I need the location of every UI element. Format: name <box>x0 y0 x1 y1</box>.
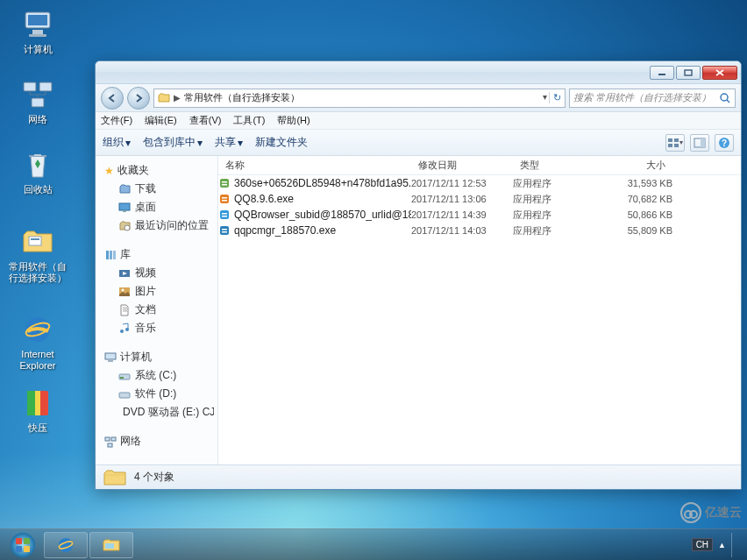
file-date: 2017/12/11 14:03 <box>411 225 513 236</box>
col-size[interactable]: 大小 <box>602 159 672 172</box>
minimize-icon <box>658 69 666 76</box>
folder-large-icon <box>103 468 127 487</box>
music-icon <box>118 323 131 335</box>
ie-icon <box>20 312 55 347</box>
file-name: 360se+06526DL85948+n478bfd1a95... <box>234 177 411 189</box>
toolbar-include[interactable]: 包含到库中▾ <box>143 135 203 150</box>
chevron-down-icon: ▾ <box>197 137 203 149</box>
sidebar-item-drive-d[interactable]: 软件 (D:) <box>99 385 214 403</box>
svg-rect-28 <box>106 251 109 259</box>
desktop-icon-recycle[interactable]: 回收站 <box>7 147 68 195</box>
maximize-icon <box>684 69 693 76</box>
chevron-down-icon: ▾ <box>125 137 131 149</box>
desktop-icon-appfolder[interactable]: 常用软件（自行选择安装） <box>7 224 68 284</box>
svg-rect-8 <box>31 238 39 240</box>
toolbar-share[interactable]: 共享▾ <box>215 135 243 150</box>
chevron-down-icon[interactable]: ▾ <box>543 92 547 103</box>
exe-icon <box>218 209 231 221</box>
help-button[interactable]: ? <box>715 134 734 152</box>
desktop-label: 计算机 <box>24 44 53 55</box>
exe-icon <box>218 224 231 237</box>
refresh-button[interactable]: ↻ <box>549 92 561 103</box>
svg-rect-57 <box>222 231 227 233</box>
desktop-icon-kuaiya[interactable]: 快压 <box>7 386 68 434</box>
desktop-icon-ie[interactable]: Internet Explorer <box>7 312 68 372</box>
svg-rect-49 <box>220 195 229 203</box>
sidebar-item-downloads[interactable]: 下载 <box>99 180 214 198</box>
explorer-window: ▶ 常用软件（自行选择安装） ▾ ↻ 搜索 常用软件（自行选择安装） 文件(F)… <box>95 60 742 490</box>
drive-icon <box>118 388 131 401</box>
svg-rect-46 <box>220 179 229 188</box>
svg-point-34 <box>120 330 124 333</box>
panel-icon <box>694 138 706 148</box>
taskbar-explorer[interactable] <box>89 532 133 558</box>
menu-edit[interactable]: 编辑(E) <box>145 114 177 127</box>
svg-text:?: ? <box>722 138 727 148</box>
back-button[interactable] <box>101 87 124 110</box>
sidebar-item-music[interactable]: 音乐 <box>99 319 214 337</box>
preview-pane-button[interactable] <box>690 134 709 152</box>
sidebar-item-videos[interactable]: 视频 <box>99 264 214 282</box>
minimize-button[interactable] <box>650 66 674 80</box>
svg-rect-47 <box>222 181 227 183</box>
search-input[interactable]: 搜索 常用软件（自行选择安装） <box>569 89 736 108</box>
exe-icon <box>218 193 231 205</box>
sidebar-item-recent[interactable]: 最近访问的位置 <box>99 216 214 235</box>
svg-rect-37 <box>108 360 113 362</box>
search-icon <box>719 92 731 104</box>
toolbar-newfolder[interactable]: 新建文件夹 <box>255 135 308 150</box>
maximize-button[interactable] <box>676 66 701 80</box>
language-indicator[interactable]: CH <box>692 538 713 551</box>
file-row[interactable]: qqpcmgr_188570.exe2017/12/11 14:03应用程序55… <box>218 223 741 238</box>
menu-tools[interactable]: 工具(T) <box>233 114 265 127</box>
arrow-right-icon <box>133 93 144 103</box>
navbar: ▶ 常用软件（自行选择安装） ▾ ↻ 搜索 常用软件（自行选择安装） <box>96 84 741 112</box>
show-desktop-button[interactable] <box>731 533 740 557</box>
svg-point-16 <box>721 94 728 101</box>
start-button[interactable] <box>4 531 42 559</box>
watermark: 亿速云 <box>680 502 742 523</box>
col-name[interactable]: 名称 <box>218 159 411 172</box>
svg-rect-51 <box>222 200 227 202</box>
svg-rect-56 <box>222 229 227 230</box>
file-name: qqpcmgr_188570.exe <box>234 224 336 237</box>
desktop-icon-network[interactable]: 网络 <box>7 77 68 125</box>
exe-icon <box>218 177 231 189</box>
sidebar-item-drive-c[interactable]: 系统 (C:) <box>99 366 214 385</box>
sidebar-item-documents[interactable]: 文档 <box>99 301 214 319</box>
sidebar-item-pictures[interactable]: 图片 <box>99 282 214 301</box>
menu-view[interactable]: 查看(V) <box>189 114 222 127</box>
sidebar-item-desktop[interactable]: 桌面 <box>99 198 214 216</box>
svg-rect-44 <box>111 437 116 441</box>
sidebar-computer[interactable]: 计算机 <box>99 348 214 366</box>
col-date[interactable]: 修改日期 <box>411 159 513 172</box>
menu-file[interactable]: 文件(F) <box>101 114 132 127</box>
file-row[interactable]: QQBrowser_subid@188570_urlid@18...2017/1… <box>218 207 741 223</box>
taskbar-ie[interactable] <box>44 532 88 558</box>
svg-rect-20 <box>674 144 679 147</box>
arrow-left-icon <box>107 93 117 103</box>
file-row[interactable]: QQ8.9.6.exe2017/12/11 13:06应用程序70,682 KB <box>218 191 741 207</box>
desktop-label: 网络 <box>28 114 47 125</box>
titlebar[interactable] <box>96 61 741 84</box>
desktop-label: 回收站 <box>24 184 53 195</box>
toolbar-organize[interactable]: 组织▾ <box>103 135 131 150</box>
address-bar[interactable]: ▶ 常用软件（自行选择安装） ▾ ↻ <box>153 89 566 108</box>
forward-button[interactable] <box>127 87 150 110</box>
video-icon <box>118 267 131 280</box>
sidebar-item-dvd[interactable]: DVD 驱动器 (E:) CJ. <box>99 403 214 422</box>
col-type[interactable]: 类型 <box>513 159 602 172</box>
file-row[interactable]: 360se+06526DL85948+n478bfd1a95...2017/12… <box>218 175 741 191</box>
sidebar: ★收藏夹 下载 桌面 最近访问的位置 库 视频 图片 文档 音乐 计算机 系统 … <box>96 156 218 464</box>
svg-rect-13 <box>35 391 40 415</box>
file-date: 2017/12/11 13:06 <box>411 194 513 204</box>
sidebar-favorites[interactable]: ★收藏夹 <box>99 161 214 180</box>
tray-chevron-icon[interactable]: ▲ <box>718 541 726 549</box>
sidebar-network[interactable]: 网络 <box>99 432 214 450</box>
desktop-icon-computer[interactable]: 计算机 <box>7 7 68 55</box>
svg-rect-65 <box>105 543 114 549</box>
view-mode-button[interactable]: ▾ <box>665 134 685 152</box>
menu-help[interactable]: 帮助(H) <box>277 114 309 127</box>
close-button[interactable] <box>702 66 737 80</box>
sidebar-libraries[interactable]: 库 <box>99 245 214 264</box>
